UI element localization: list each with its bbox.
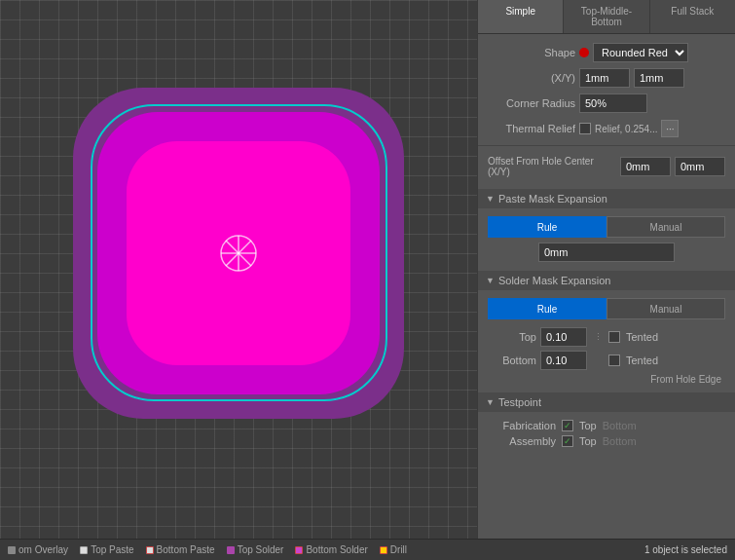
- top-paste-label: Top Paste: [91, 544, 133, 555]
- shape-label: Shape: [488, 47, 575, 58]
- paste-mask-arrow: ▼: [486, 194, 495, 204]
- canvas-area: [0, 0, 477, 539]
- solder-bottom-input[interactable]: [540, 351, 587, 370]
- paste-mask-label: Paste Mask Expansion: [498, 193, 607, 205]
- fabrication-label: Fabrication: [488, 420, 556, 431]
- bottom-solder-dot: [295, 546, 303, 554]
- testpoint-arrow: ▼: [486, 397, 495, 407]
- xy-label: (X/Y): [488, 72, 575, 84]
- top-paste-dot: [80, 546, 88, 554]
- fab-top-checkbox[interactable]: ✓: [562, 420, 573, 431]
- thermal-relief-label: Thermal Relief: [488, 123, 575, 134]
- solder-mask-manual-btn[interactable]: Manual: [606, 298, 725, 319]
- top-solder-dot: [227, 546, 235, 554]
- tented-top-label: Tented: [626, 331, 658, 343]
- solder-top-input[interactable]: [540, 327, 587, 347]
- paste-mask-manual-btn[interactable]: Manual: [606, 216, 725, 238]
- pad-container: [73, 88, 404, 419]
- bottom-paste-label: Bottom Paste: [157, 544, 215, 555]
- x-input[interactable]: [579, 68, 630, 88]
- paste-mask-toggle: Rule Manual: [488, 216, 725, 238]
- status-text: 1 object is selected: [644, 544, 727, 555]
- corner-radius-input[interactable]: [579, 93, 647, 113]
- drill-dot: [380, 546, 387, 554]
- shape-color-dot: [579, 48, 589, 57]
- offset-label: Offset From Hole Center (X/Y): [488, 156, 616, 177]
- layer-overlay: om Overlay: [8, 544, 68, 555]
- offset-row: Offset From Hole Center (X/Y): [488, 152, 725, 181]
- shape-row: Shape Rounded Red: [488, 42, 725, 63]
- from-hole-edge-label: From Hole Edge: [488, 374, 725, 385]
- thermal-checkbox[interactable]: [579, 123, 591, 134]
- assembly-row: Assembly ✓ Top Bottom: [488, 435, 725, 447]
- link-icon: ⋮: [591, 333, 605, 342]
- solder-bottom-label: Bottom: [488, 355, 536, 366]
- solder-mask-label: Solder Mask Expansion: [498, 275, 611, 286]
- tab-full-stack[interactable]: Full Stack: [650, 0, 735, 33]
- pad-outer-ring: [73, 88, 404, 419]
- relief-text: Relief, 0.254...: [595, 124, 657, 134]
- solder-mask-bottom-row: Bottom Tented: [488, 351, 725, 370]
- tabs-row: Simple Top-Middle-Bottom Full Stack: [478, 0, 735, 34]
- shape-select-wrapper: Rounded Red: [579, 43, 688, 62]
- asm-top-checkbox[interactable]: ✓: [562, 435, 573, 447]
- layer-bottom-paste: Bottom Paste: [146, 544, 215, 555]
- paste-mask-section-header[interactable]: ▼ Paste Mask Expansion: [478, 189, 735, 208]
- layer-top-solder: Top Solder: [227, 544, 284, 555]
- assembly-label: Assembly: [488, 435, 556, 447]
- thermal-controls: Relief, 0.254... ···: [579, 120, 679, 137]
- offset-y-input[interactable]: [675, 157, 725, 176]
- main-area: Simple Top-Middle-Bottom Full Stack Shap…: [0, 0, 735, 539]
- paste-mask-value-row: [488, 242, 725, 263]
- layer-drill: Drill: [380, 544, 407, 555]
- solder-mask-toggle: Rule Manual: [488, 298, 725, 319]
- paste-mask-rule-btn[interactable]: Rule: [488, 216, 606, 238]
- layer-bottom-solder: Bottom Solder: [295, 544, 367, 555]
- solder-mask-section-header[interactable]: ▼ Solder Mask Expansion: [478, 271, 735, 290]
- bottom-paste-dot: [146, 546, 154, 554]
- corner-radius-label: Corner Radius: [488, 97, 575, 109]
- overlay-label: om Overlay: [18, 544, 68, 555]
- corner-radius-row: Corner Radius: [488, 93, 725, 114]
- panel-content: Shape Rounded Red (X/Y) Corner Radius: [478, 34, 735, 455]
- divider-1: [478, 145, 735, 146]
- top-solder-label: Top Solder: [238, 544, 284, 555]
- relief-dots-button[interactable]: ···: [661, 120, 679, 137]
- status-bar: om Overlay Top Paste Bottom Paste Top So…: [0, 539, 735, 560]
- tented-bottom-label: Tented: [626, 355, 658, 366]
- layer-top-paste: Top Paste: [80, 544, 133, 555]
- pad-symbol: [214, 229, 263, 278]
- solder-mask-arrow: ▼: [486, 276, 495, 285]
- asm-bottom-label: Bottom: [603, 435, 637, 447]
- drill-label: Drill: [390, 544, 407, 555]
- tab-simple[interactable]: Simple: [478, 0, 564, 33]
- solder-mask-rule-btn[interactable]: Rule: [488, 298, 606, 319]
- overlay-dot: [8, 546, 16, 554]
- tented-bottom-checkbox[interactable]: [608, 355, 620, 366]
- offset-x-input[interactable]: [620, 157, 671, 176]
- testpoint-label: Testpoint: [498, 396, 541, 408]
- testpoint-section-header[interactable]: ▼ Testpoint: [478, 392, 735, 412]
- solder-top-label: Top: [488, 331, 536, 343]
- asm-top-label: Top: [579, 435, 597, 447]
- tab-top-middle-bottom[interactable]: Top-Middle-Bottom: [564, 0, 649, 33]
- paste-mask-input[interactable]: [538, 243, 675, 262]
- thermal-relief-row: Thermal Relief Relief, 0.254... ···: [488, 118, 725, 139]
- right-panel: Simple Top-Middle-Bottom Full Stack Shap…: [477, 0, 735, 539]
- fabrication-row: Fabrication ✓ Top Bottom: [488, 420, 725, 431]
- xy-row: (X/Y): [488, 67, 725, 89]
- pad-inner: [127, 141, 350, 365]
- solder-mask-top-row: Top ⋮ Tented: [488, 327, 725, 347]
- pad-middle-ring: [97, 112, 380, 394]
- tented-top-checkbox[interactable]: [608, 331, 620, 343]
- shape-select[interactable]: Rounded Red: [593, 43, 688, 62]
- y-input[interactable]: [634, 68, 684, 88]
- bottom-solder-label: Bottom Solder: [306, 544, 367, 555]
- fab-top-label: Top: [579, 420, 597, 431]
- fab-bottom-label: Bottom: [603, 420, 637, 431]
